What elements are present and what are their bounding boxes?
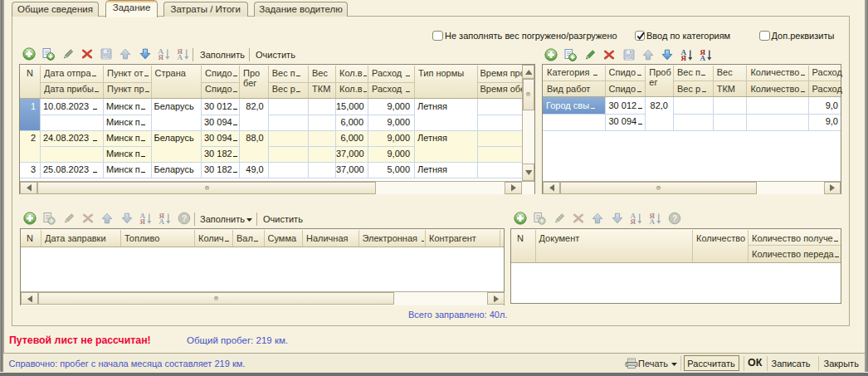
svg-text:А: А [178,53,183,61]
svg-text:ГОК: ГОК [103,55,110,59]
svg-text:Я: Я [139,217,145,225]
svg-text:А: А [650,217,656,225]
svg-text:?: ? [672,214,677,223]
svg-text:?: ? [182,214,187,223]
svg-text:Я: Я [680,54,686,61]
svg-text:А: А [700,54,706,61]
svg-text:Я: Я [158,53,163,61]
svg-text:Я: Я [630,217,636,225]
svg-text:ГОК: ГОК [626,56,633,60]
svg-text:А: А [159,217,165,225]
